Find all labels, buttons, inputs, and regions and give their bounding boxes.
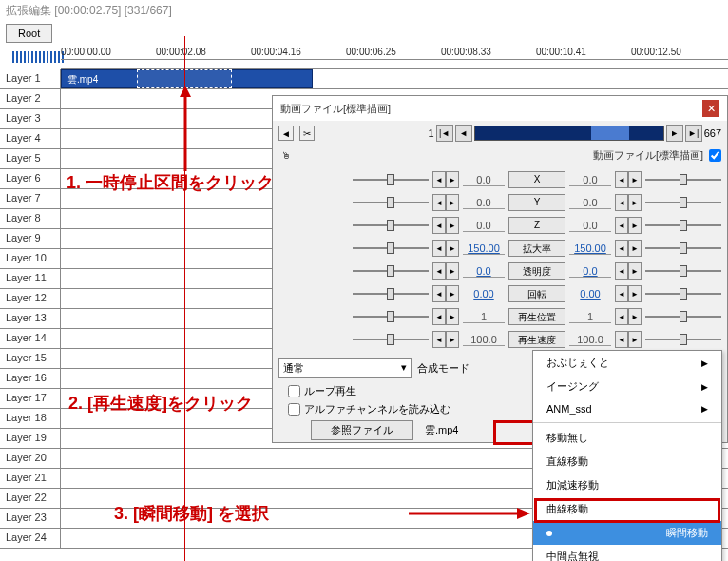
param-label-button[interactable]: Y xyxy=(508,194,565,211)
menu-item[interactable]: 曲線移動 xyxy=(533,497,721,521)
layer-label[interactable]: Layer 11 xyxy=(0,269,61,288)
param-slider-right[interactable] xyxy=(645,217,721,234)
param-value-right[interactable]: 0.0 xyxy=(569,174,611,186)
layer-label[interactable]: Layer 4 xyxy=(0,129,61,148)
playhead[interactable] xyxy=(184,36,185,561)
param-value-left[interactable]: 0.0 xyxy=(463,197,505,209)
layer-label[interactable]: Layer 8 xyxy=(0,209,61,228)
param-slider-right[interactable] xyxy=(645,331,721,348)
spin-down[interactable]: ◄ xyxy=(432,308,446,325)
spin-down[interactable]: ◄ xyxy=(615,194,628,211)
param-label-button[interactable]: 拡大率 xyxy=(508,240,565,257)
param-value-left[interactable]: 0.0 xyxy=(463,174,505,186)
spin-up[interactable]: ► xyxy=(446,331,459,348)
close-icon[interactable]: ✕ xyxy=(702,100,719,117)
layer-label[interactable]: Layer 13 xyxy=(0,309,61,328)
first-frame-button[interactable]: |◄ xyxy=(436,125,453,142)
spin-down[interactable]: ◄ xyxy=(432,240,446,257)
blend-mode-select[interactable]: 通常▾ xyxy=(278,358,412,378)
spin-up[interactable]: ► xyxy=(628,262,642,280)
last-frame-button[interactable]: ►| xyxy=(685,125,702,142)
next-frame-button[interactable]: ► xyxy=(666,125,683,142)
spin-down[interactable]: ◄ xyxy=(432,285,446,302)
root-button[interactable]: Root xyxy=(6,24,52,43)
spin-up[interactable]: ► xyxy=(628,171,642,188)
layer-label[interactable]: Layer 14 xyxy=(0,329,61,348)
param-slider-right[interactable] xyxy=(645,285,721,302)
spin-up[interactable]: ► xyxy=(446,217,459,234)
layer-label[interactable]: Layer 23 xyxy=(0,509,61,528)
layer-label[interactable]: Layer 18 xyxy=(0,409,61,428)
param-value-right[interactable]: 0.0 xyxy=(569,197,611,209)
layer-label[interactable]: Layer 12 xyxy=(0,289,61,308)
param-value-right[interactable]: 100.0 xyxy=(569,334,611,346)
spin-down[interactable]: ◄ xyxy=(615,331,628,348)
scissors-icon[interactable]: ✂ xyxy=(299,126,315,141)
spin-down[interactable]: ◄ xyxy=(615,171,628,188)
layer-label[interactable]: Layer 6 xyxy=(0,169,61,188)
param-value-left[interactable]: 150.00 xyxy=(463,242,505,255)
param-slider-left[interactable] xyxy=(353,217,429,234)
menu-item[interactable]: 加減速移動 xyxy=(533,474,721,497)
layer-label[interactable]: Layer 2 xyxy=(0,89,61,108)
param-value-left[interactable]: 1 xyxy=(463,311,505,323)
layer-label[interactable]: Layer 5 xyxy=(0,149,61,168)
spin-up[interactable]: ► xyxy=(628,194,642,211)
menu-item[interactable]: ANM_ssd▶ xyxy=(533,398,721,419)
spin-down[interactable]: ◄ xyxy=(615,308,628,325)
spin-up[interactable]: ► xyxy=(628,308,642,325)
param-value-right[interactable]: 0.00 xyxy=(569,288,611,300)
spin-down[interactable]: ◄ xyxy=(432,262,446,280)
layer-label[interactable]: Layer 19 xyxy=(0,429,61,448)
param-slider-right[interactable] xyxy=(645,262,721,280)
menu-item[interactable]: イージング▶ xyxy=(533,375,721,398)
param-slider-left[interactable] xyxy=(353,240,429,257)
spin-down[interactable]: ◄ xyxy=(432,331,446,348)
spin-up[interactable]: ► xyxy=(446,240,459,257)
layer-track[interactable]: 雲.mp4 xyxy=(61,69,728,88)
layer-label[interactable]: Layer 15 xyxy=(0,349,61,368)
menu-item[interactable]: 中間点無視 xyxy=(533,545,721,561)
param-slider-left[interactable] xyxy=(353,194,429,211)
param-value-left[interactable]: 100.0 xyxy=(463,334,505,346)
param-value-left[interactable]: 0.0 xyxy=(463,265,505,278)
param-label-button[interactable]: 再生速度 xyxy=(508,331,565,348)
alpha-checkbox[interactable] xyxy=(288,403,300,416)
param-label-button[interactable]: 透明度 xyxy=(508,262,565,280)
reference-file-button[interactable]: 参照ファイル xyxy=(311,420,413,440)
layer-label[interactable]: Layer 22 xyxy=(0,489,61,508)
spin-down[interactable]: ◄ xyxy=(432,194,446,211)
layer-label[interactable]: Layer 16 xyxy=(0,369,61,388)
layer-label[interactable]: Layer 9 xyxy=(0,229,61,248)
spin-down[interactable]: ◄ xyxy=(615,262,628,280)
param-value-right[interactable]: 150.00 xyxy=(569,242,611,255)
param-label-button[interactable]: 回転 xyxy=(508,285,565,302)
playback-bar[interactable] xyxy=(474,126,664,141)
layer-label[interactable]: Layer 20 xyxy=(0,449,61,468)
param-slider-left[interactable] xyxy=(353,262,429,280)
dialog-enable-checkbox[interactable] xyxy=(709,149,721,162)
param-slider-right[interactable] xyxy=(645,240,721,257)
layer-label[interactable]: Layer 1 xyxy=(0,69,61,88)
spin-up[interactable]: ► xyxy=(628,217,642,234)
param-label-button[interactable]: 再生位置 xyxy=(508,308,565,325)
param-slider-left[interactable] xyxy=(353,285,429,302)
param-label-button[interactable]: Z xyxy=(508,217,565,234)
spin-down[interactable]: ◄ xyxy=(615,285,628,302)
param-slider-right[interactable] xyxy=(645,308,721,325)
layer-label[interactable]: Layer 3 xyxy=(0,109,61,128)
spin-up[interactable]: ► xyxy=(446,308,459,325)
spin-up[interactable]: ► xyxy=(446,194,459,211)
param-slider-right[interactable] xyxy=(645,194,721,211)
layer-label[interactable]: Layer 21 xyxy=(0,469,61,488)
back-icon[interactable]: ◄ xyxy=(278,126,294,141)
timeline-ruler[interactable]: 00:00:00.0000:00:02.0800:00:04.1600:00:0… xyxy=(61,45,728,69)
loop-checkbox[interactable] xyxy=(288,385,300,397)
param-value-right[interactable]: 0.0 xyxy=(569,265,611,278)
param-slider-left[interactable] xyxy=(353,308,429,325)
prev-frame-button[interactable]: ◄ xyxy=(455,125,472,142)
spin-up[interactable]: ► xyxy=(628,331,642,348)
menu-item[interactable]: おぶじぇくと▶ xyxy=(533,351,721,375)
spin-up[interactable]: ► xyxy=(628,285,642,302)
spin-down[interactable]: ◄ xyxy=(432,217,446,234)
